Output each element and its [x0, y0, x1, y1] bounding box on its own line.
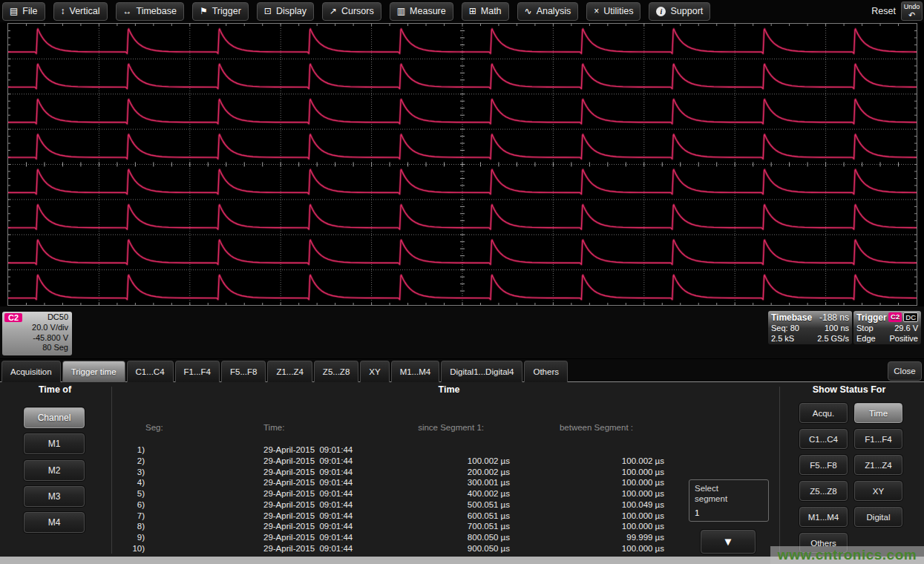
time-heading: Time	[439, 384, 460, 395]
dialog-tab[interactable]: C1...C4	[127, 361, 174, 382]
menu-button[interactable]: ↕ Vertical	[53, 2, 108, 21]
dialog-tab[interactable]: Digital1...Digital4	[441, 361, 522, 382]
show-status-heading: Show Status For	[813, 384, 886, 395]
status-strip: C2 DC50 20.0 V/div -45.800 V 80 Seg Time…	[0, 306, 924, 358]
segment-since-first: 500.051 µs	[393, 500, 510, 509]
file-icon: ▤	[10, 6, 18, 16]
ruler-icon: ▥	[397, 6, 405, 16]
segment-timestamp: 29-April-2015 09:01:44	[263, 544, 353, 553]
menu-button[interactable]: ▤ File	[2, 2, 45, 21]
menu-button[interactable]: ⊡ Display	[257, 2, 314, 21]
menu-button[interactable]: ↗ Cursors	[322, 2, 381, 21]
column-header-seg: Seg:	[145, 423, 163, 432]
segment-timestamp: 29-April-2015 09:01:44	[263, 511, 353, 520]
dialog-tab[interactable]: Others	[524, 361, 568, 382]
menu-button[interactable]: ⊞ Math	[462, 2, 509, 21]
dialog-tab[interactable]: XY	[360, 361, 389, 382]
segment-number: 4)	[111, 478, 145, 487]
calculator-icon: ⊞	[469, 6, 476, 16]
show-status-button[interactable]: F1...F4	[854, 429, 902, 449]
dialog-tab[interactable]: M1...M4	[391, 361, 440, 382]
trigger-descriptor[interactable]: Trigger C2 DC Stop 29.6 V Edge Positive	[853, 311, 921, 344]
menu-button[interactable]: ▥ Measure	[390, 2, 453, 21]
timebase-delay: -188 ns	[819, 312, 849, 323]
dialog-tab[interactable]: Z5...Z8	[314, 361, 358, 382]
vertical-arrows-icon: ↕	[61, 6, 65, 16]
dialog-tab[interactable]: F1...F4	[175, 361, 220, 382]
dialog-tab[interactable]: Z1...Z4	[267, 361, 312, 382]
menu-button[interactable]: ⚑ Trigger	[192, 2, 249, 21]
menu-label: Math	[481, 6, 502, 16]
dialog-tab[interactable]: Trigger time	[62, 361, 125, 382]
segment-between: 100.000 µs	[549, 522, 664, 531]
channel-offset: -45.800 V	[6, 333, 68, 344]
segment-since-first: 900.050 µs	[393, 544, 510, 553]
time-of-source-button[interactable]: Channel	[24, 407, 85, 428]
tab-label: Others	[533, 367, 559, 376]
show-status-button[interactable]: Z1...Z4	[854, 455, 902, 475]
channel-segments: 80 Seg	[6, 343, 68, 353]
show-status-button[interactable]: Z5...Z8	[799, 481, 848, 501]
menu-label: Utilities	[603, 6, 633, 16]
segment-traces	[8, 24, 917, 305]
trigger-title: Trigger	[856, 312, 887, 323]
timebase-tdiv: 100 ns	[825, 323, 849, 333]
cursor-arrow-icon: ↗	[330, 6, 337, 16]
chart-icon: ∿	[525, 6, 532, 16]
show-status-button[interactable]: M1...M4	[799, 507, 848, 527]
show-status-button[interactable]: F5...F8	[799, 455, 848, 475]
show-status-button[interactable]: Acqu.	[799, 403, 848, 423]
segment-timestamp: 29-April-2015 09:01:44	[263, 468, 353, 476]
watermark: www.cntronics.com	[770, 546, 924, 564]
segment-time-row: 1) 29-April-2015 09:01:44	[0, 445, 683, 456]
segment-between: 100.000 µs	[549, 468, 664, 476]
timebase-samples: 2.5 kS	[771, 333, 794, 344]
channel-vdiv: 20.0 V/div	[6, 323, 68, 333]
column-header-between: between Segment :	[549, 423, 633, 432]
select-segment-label-1: Select	[695, 483, 763, 494]
segment-between: 100.000 µs	[549, 489, 664, 498]
menu-button[interactable]: × Utilities	[586, 2, 640, 21]
show-status-button[interactable]: XY	[854, 481, 902, 501]
segment-time-row: 9) 29-April-2015 09:01:44 800.050 µs 99.…	[0, 533, 683, 544]
reset-button[interactable]: Reset	[871, 6, 896, 16]
scroll-down-button[interactable]: ▼	[701, 530, 756, 554]
tab-label: F5...F8	[230, 367, 257, 376]
segment-timestamp: 29-April-2015 09:01:44	[263, 445, 353, 454]
segment-since-first: 300.001 µs	[393, 478, 510, 487]
channel-descriptor-c2[interactable]: C2 DC50 20.0 V/div -45.800 V 80 Seg	[2, 312, 72, 355]
segment-number: 10)	[111, 544, 145, 553]
menu-label: File	[22, 6, 37, 16]
menu-button[interactable]: ∿ Analysis	[517, 2, 579, 21]
menu-button[interactable]: i Support	[649, 2, 710, 21]
trigger-mode: Stop	[856, 323, 874, 333]
timebase-title: Timebase	[771, 312, 812, 323]
trigger-source-badge: C2	[888, 312, 902, 322]
segment-number: 5)	[111, 489, 145, 498]
show-status-button[interactable]: Time	[854, 403, 902, 423]
segment-since-first: 600.051 µs	[393, 511, 510, 520]
dialog-tab[interactable]: Acquisition	[1, 361, 61, 382]
show-status-button[interactable]: C1...C4	[799, 429, 848, 449]
menu-label: Display	[276, 6, 307, 16]
segment-timestamp: 29-April-2015 09:01:44	[263, 489, 353, 498]
tab-label: F1...F4	[184, 367, 211, 376]
segment-between: 100.000 µs	[549, 511, 664, 520]
close-button[interactable]: Close	[888, 361, 922, 381]
menu-label: Trigger	[212, 6, 241, 16]
segment-time-row: 3) 29-April-2015 09:01:44 200.002 µs 100…	[0, 468, 683, 479]
menu-label: Cursors	[341, 6, 374, 16]
segment-time-row: 5) 29-April-2015 09:01:44 400.002 µs 100…	[0, 489, 683, 500]
waveform-display[interactable]	[7, 23, 917, 306]
segment-number: 8)	[111, 522, 145, 531]
select-segment-field[interactable]: Select segment 1	[689, 479, 769, 522]
segment-since-first: 700.051 µs	[393, 522, 510, 531]
dialog-tab[interactable]: F5...F8	[221, 361, 266, 382]
menu-button[interactable]: ↔ Timebase	[116, 2, 184, 21]
segment-time-row: 8) 29-April-2015 09:01:44 700.051 µs 100…	[0, 522, 683, 533]
show-status-button[interactable]: Digital	[854, 507, 902, 527]
horizontal-arrows-icon: ↔	[123, 6, 132, 16]
timebase-descriptor[interactable]: Timebase -188 ns Seq: 80 100 ns 2.5 kS 2…	[768, 311, 852, 344]
undo-button[interactable]: Undo ↶	[901, 1, 923, 21]
trigger-coupling-badge: DC	[903, 312, 918, 322]
